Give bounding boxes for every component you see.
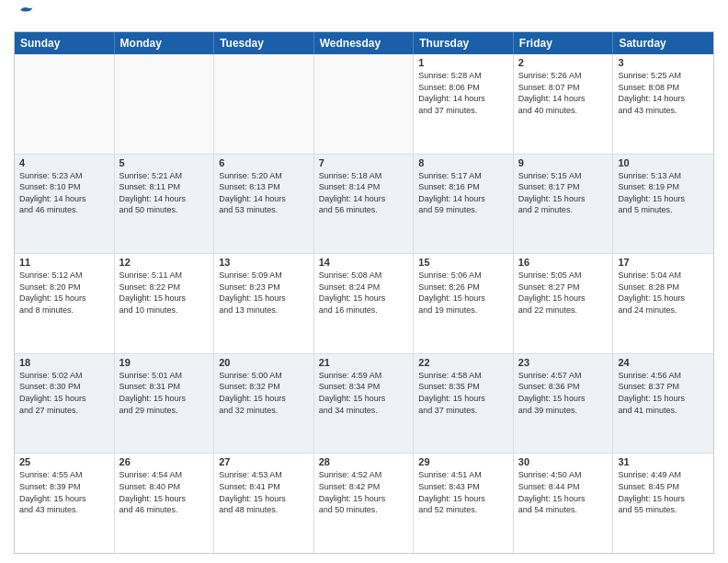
day-info: Sunrise: 5:06 AM Sunset: 8:26 PM Dayligh… bbox=[418, 270, 508, 316]
day-number: 6 bbox=[219, 157, 309, 168]
day-number: 24 bbox=[618, 357, 709, 368]
day-info: Sunrise: 4:58 AM Sunset: 8:35 PM Dayligh… bbox=[418, 370, 508, 416]
calendar-cell: 8Sunrise: 5:17 AM Sunset: 8:16 PM Daylig… bbox=[414, 155, 514, 254]
day-info: Sunrise: 5:02 AM Sunset: 8:30 PM Dayligh… bbox=[19, 370, 109, 416]
day-number: 8 bbox=[418, 157, 508, 168]
day-number: 2 bbox=[518, 57, 609, 68]
weekday-header-tuesday: Tuesday bbox=[214, 32, 314, 54]
day-info: Sunrise: 5:11 AM Sunset: 8:22 PM Dayligh… bbox=[119, 270, 210, 316]
logo-bird-icon bbox=[16, 5, 36, 21]
day-info: Sunrise: 5:15 AM Sunset: 8:17 PM Dayligh… bbox=[518, 170, 609, 216]
day-number: 14 bbox=[319, 257, 409, 268]
day-number: 27 bbox=[219, 456, 309, 467]
day-number: 9 bbox=[518, 157, 609, 168]
day-info: Sunrise: 5:09 AM Sunset: 8:23 PM Dayligh… bbox=[219, 270, 309, 316]
day-info: Sunrise: 5:20 AM Sunset: 8:13 PM Dayligh… bbox=[219, 170, 309, 216]
day-number: 3 bbox=[618, 57, 709, 68]
day-number: 13 bbox=[219, 257, 309, 268]
day-info: Sunrise: 5:18 AM Sunset: 8:14 PM Dayligh… bbox=[319, 170, 409, 216]
day-number: 5 bbox=[119, 157, 210, 168]
day-info: Sunrise: 5:13 AM Sunset: 8:19 PM Dayligh… bbox=[618, 170, 709, 216]
calendar-cell: 4Sunrise: 5:23 AM Sunset: 8:10 PM Daylig… bbox=[15, 155, 115, 254]
calendar-week-5: 25Sunrise: 4:55 AM Sunset: 8:39 PM Dayli… bbox=[15, 454, 713, 553]
day-info: Sunrise: 5:04 AM Sunset: 8:28 PM Dayligh… bbox=[618, 270, 709, 316]
calendar-week-4: 18Sunrise: 5:02 AM Sunset: 8:30 PM Dayli… bbox=[15, 354, 713, 454]
day-info: Sunrise: 4:59 AM Sunset: 8:34 PM Dayligh… bbox=[319, 370, 409, 416]
calendar-cell: 22Sunrise: 4:58 AM Sunset: 8:35 PM Dayli… bbox=[414, 354, 514, 454]
weekday-header-thursday: Thursday bbox=[414, 32, 514, 54]
day-info: Sunrise: 5:17 AM Sunset: 8:16 PM Dayligh… bbox=[418, 170, 508, 216]
logo-general bbox=[14, 9, 36, 24]
day-number: 10 bbox=[618, 157, 709, 168]
calendar-week-3: 11Sunrise: 5:12 AM Sunset: 8:20 PM Dayli… bbox=[15, 254, 713, 354]
day-number: 26 bbox=[119, 456, 210, 467]
day-info: Sunrise: 5:21 AM Sunset: 8:11 PM Dayligh… bbox=[119, 170, 210, 216]
calendar-cell: 1Sunrise: 5:28 AM Sunset: 8:06 PM Daylig… bbox=[414, 54, 514, 154]
day-number: 16 bbox=[518, 257, 609, 268]
calendar-cell: 20Sunrise: 5:00 AM Sunset: 8:32 PM Dayli… bbox=[214, 354, 314, 454]
day-number: 30 bbox=[518, 456, 609, 467]
day-number: 22 bbox=[418, 357, 508, 368]
calendar-cell bbox=[15, 54, 115, 154]
calendar-body: 1Sunrise: 5:28 AM Sunset: 8:06 PM Daylig… bbox=[15, 54, 713, 553]
day-number: 29 bbox=[418, 456, 508, 467]
calendar-cell bbox=[214, 54, 314, 154]
day-number: 17 bbox=[618, 257, 709, 268]
day-info: Sunrise: 5:25 AM Sunset: 8:08 PM Dayligh… bbox=[618, 70, 709, 116]
day-number: 7 bbox=[319, 157, 409, 168]
calendar-cell: 15Sunrise: 5:06 AM Sunset: 8:26 PM Dayli… bbox=[414, 254, 514, 353]
day-info: Sunrise: 5:26 AM Sunset: 8:07 PM Dayligh… bbox=[518, 70, 609, 116]
day-info: Sunrise: 5:28 AM Sunset: 8:06 PM Dayligh… bbox=[418, 70, 508, 116]
calendar-week-2: 4Sunrise: 5:23 AM Sunset: 8:10 PM Daylig… bbox=[15, 155, 713, 255]
weekday-header-saturday: Saturday bbox=[613, 32, 713, 54]
calendar-cell: 19Sunrise: 5:01 AM Sunset: 8:31 PM Dayli… bbox=[115, 354, 215, 454]
day-info: Sunrise: 4:50 AM Sunset: 8:44 PM Dayligh… bbox=[518, 469, 609, 515]
calendar: SundayMondayTuesdayWednesdayThursdayFrid… bbox=[14, 31, 714, 554]
day-info: Sunrise: 5:00 AM Sunset: 8:32 PM Dayligh… bbox=[219, 370, 309, 416]
day-info: Sunrise: 4:49 AM Sunset: 8:45 PM Dayligh… bbox=[618, 469, 709, 515]
day-info: Sunrise: 4:57 AM Sunset: 8:36 PM Dayligh… bbox=[518, 370, 609, 416]
calendar-cell: 27Sunrise: 4:53 AM Sunset: 8:41 PM Dayli… bbox=[214, 454, 314, 553]
page: SundayMondayTuesdayWednesdayThursdayFrid… bbox=[0, 0, 728, 563]
day-info: Sunrise: 5:01 AM Sunset: 8:31 PM Dayligh… bbox=[119, 370, 210, 416]
day-info: Sunrise: 4:56 AM Sunset: 8:37 PM Dayligh… bbox=[618, 370, 709, 416]
calendar-cell: 31Sunrise: 4:49 AM Sunset: 8:45 PM Dayli… bbox=[613, 454, 713, 553]
calendar-cell: 18Sunrise: 5:02 AM Sunset: 8:30 PM Dayli… bbox=[15, 354, 115, 454]
day-info: Sunrise: 5:23 AM Sunset: 8:10 PM Dayligh… bbox=[19, 170, 109, 216]
day-number: 19 bbox=[119, 357, 210, 368]
calendar-cell: 10Sunrise: 5:13 AM Sunset: 8:19 PM Dayli… bbox=[613, 155, 713, 254]
day-number: 11 bbox=[19, 257, 109, 268]
calendar-cell: 13Sunrise: 5:09 AM Sunset: 8:23 PM Dayli… bbox=[214, 254, 314, 353]
calendar-week-1: 1Sunrise: 5:28 AM Sunset: 8:06 PM Daylig… bbox=[15, 54, 713, 155]
calendar-cell: 3Sunrise: 5:25 AM Sunset: 8:08 PM Daylig… bbox=[613, 54, 713, 154]
day-number: 23 bbox=[518, 357, 609, 368]
calendar-cell: 14Sunrise: 5:08 AM Sunset: 8:24 PM Dayli… bbox=[314, 254, 415, 353]
day-info: Sunrise: 5:12 AM Sunset: 8:20 PM Dayligh… bbox=[19, 270, 109, 316]
weekday-header-monday: Monday bbox=[115, 32, 215, 54]
calendar-cell: 24Sunrise: 4:56 AM Sunset: 8:37 PM Dayli… bbox=[613, 354, 713, 454]
calendar-cell: 25Sunrise: 4:55 AM Sunset: 8:39 PM Dayli… bbox=[15, 454, 115, 553]
calendar-cell: 23Sunrise: 4:57 AM Sunset: 8:36 PM Dayli… bbox=[514, 354, 614, 454]
calendar-cell: 26Sunrise: 4:54 AM Sunset: 8:40 PM Dayli… bbox=[115, 454, 215, 553]
calendar-cell bbox=[115, 54, 215, 154]
day-info: Sunrise: 5:08 AM Sunset: 8:24 PM Dayligh… bbox=[319, 270, 409, 316]
day-info: Sunrise: 4:51 AM Sunset: 8:43 PM Dayligh… bbox=[418, 469, 508, 515]
calendar-cell: 29Sunrise: 4:51 AM Sunset: 8:43 PM Dayli… bbox=[414, 454, 514, 553]
day-number: 18 bbox=[19, 357, 109, 368]
calendar-cell: 6Sunrise: 5:20 AM Sunset: 8:13 PM Daylig… bbox=[214, 155, 314, 254]
day-number: 12 bbox=[119, 257, 210, 268]
calendar-cell bbox=[314, 54, 415, 154]
calendar-header: SundayMondayTuesdayWednesdayThursdayFrid… bbox=[15, 32, 713, 54]
header bbox=[14, 9, 714, 24]
logo-text bbox=[14, 9, 36, 24]
weekday-header-wednesday: Wednesday bbox=[314, 32, 415, 54]
day-info: Sunrise: 4:53 AM Sunset: 8:41 PM Dayligh… bbox=[219, 469, 309, 515]
day-info: Sunrise: 5:05 AM Sunset: 8:27 PM Dayligh… bbox=[518, 270, 609, 316]
day-number: 1 bbox=[418, 57, 508, 68]
calendar-cell: 30Sunrise: 4:50 AM Sunset: 8:44 PM Dayli… bbox=[514, 454, 614, 553]
calendar-cell: 28Sunrise: 4:52 AM Sunset: 8:42 PM Dayli… bbox=[314, 454, 415, 553]
calendar-cell: 7Sunrise: 5:18 AM Sunset: 8:14 PM Daylig… bbox=[314, 155, 415, 254]
day-number: 4 bbox=[19, 157, 109, 168]
day-info: Sunrise: 4:52 AM Sunset: 8:42 PM Dayligh… bbox=[319, 469, 409, 515]
day-number: 31 bbox=[618, 456, 709, 467]
